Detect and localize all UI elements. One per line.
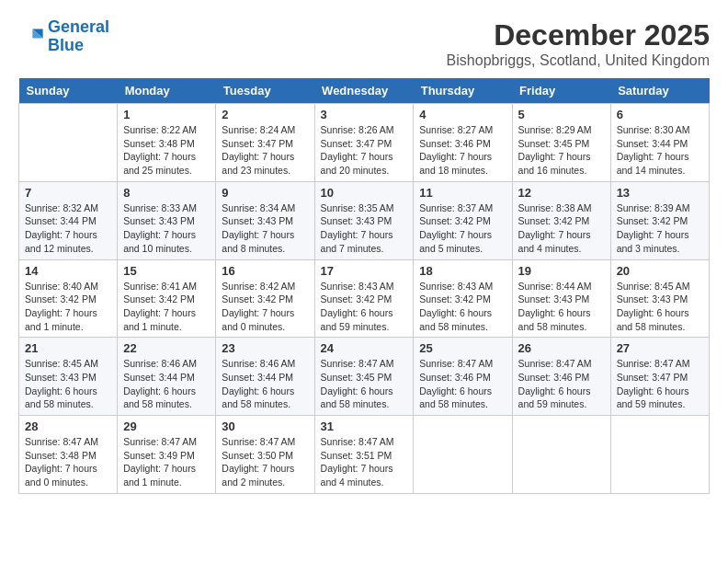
date-number: 2 xyxy=(222,108,308,121)
cell-info: Sunrise: 8:47 AMSunset: 3:46 PMDaylight:… xyxy=(518,357,605,411)
cell-info: Sunrise: 8:42 AMSunset: 3:42 PMDaylight:… xyxy=(222,280,308,334)
date-number: 10 xyxy=(321,186,408,200)
cell-info: Sunrise: 8:41 AMSunset: 3:42 PMDaylight:… xyxy=(123,280,210,334)
day-header-tuesday: Tuesday xyxy=(216,78,314,104)
calendar-cell: 24Sunrise: 8:47 AMSunset: 3:45 PMDayligh… xyxy=(314,338,414,416)
day-header-sunday: Sunday xyxy=(19,78,118,104)
date-number: 22 xyxy=(123,341,210,355)
calendar-cell: 10Sunrise: 8:35 AMSunset: 3:43 PMDayligh… xyxy=(314,181,414,259)
calendar-cell: 18Sunrise: 8:43 AMSunset: 3:42 PMDayligh… xyxy=(414,259,512,338)
cell-info: Sunrise: 8:27 AMSunset: 3:46 PMDaylight:… xyxy=(419,123,506,178)
calendar-cell: 19Sunrise: 8:44 AMSunset: 3:43 PMDayligh… xyxy=(512,259,610,338)
calendar-cell: 11Sunrise: 8:37 AMSunset: 3:42 PMDayligh… xyxy=(414,181,512,259)
day-header-monday: Monday xyxy=(118,78,216,104)
calendar-cell: 15Sunrise: 8:41 AMSunset: 3:42 PMDayligh… xyxy=(118,259,216,338)
day-header-friday: Friday xyxy=(512,78,610,104)
calendar-cell: 17Sunrise: 8:43 AMSunset: 3:42 PMDayligh… xyxy=(314,259,414,338)
date-number: 24 xyxy=(321,341,408,355)
date-number: 4 xyxy=(419,108,506,121)
logo-icon xyxy=(18,24,44,50)
calendar-cell: 21Sunrise: 8:45 AMSunset: 3:43 PMDayligh… xyxy=(19,338,118,416)
date-number: 8 xyxy=(123,186,210,200)
date-number: 27 xyxy=(617,341,703,355)
calendar-cell xyxy=(414,416,512,494)
date-number: 29 xyxy=(123,419,210,433)
logo: General Blue xyxy=(18,18,109,55)
title-block: December 2025 Bishopbriggs, Scotland, Un… xyxy=(447,18,710,69)
logo-line1: General xyxy=(48,17,109,36)
cell-info: Sunrise: 8:47 AMSunset: 3:48 PMDaylight:… xyxy=(25,435,111,489)
month-title: December 2025 xyxy=(447,18,710,52)
logo-text: General Blue xyxy=(48,18,109,55)
date-number: 23 xyxy=(222,341,308,355)
calendar-cell: 12Sunrise: 8:38 AMSunset: 3:42 PMDayligh… xyxy=(512,181,610,259)
calendar-cell: 20Sunrise: 8:45 AMSunset: 3:43 PMDayligh… xyxy=(610,259,709,338)
date-number: 30 xyxy=(222,419,308,433)
calendar-cell xyxy=(610,416,709,494)
date-number: 13 xyxy=(617,186,703,200)
date-number: 17 xyxy=(321,264,408,278)
calendar-cell: 22Sunrise: 8:46 AMSunset: 3:44 PMDayligh… xyxy=(118,338,216,416)
cell-info: Sunrise: 8:47 AMSunset: 3:47 PMDaylight:… xyxy=(617,357,703,411)
calendar-cell: 16Sunrise: 8:42 AMSunset: 3:42 PMDayligh… xyxy=(216,259,314,338)
calendar-cell: 31Sunrise: 8:47 AMSunset: 3:51 PMDayligh… xyxy=(314,416,414,494)
cell-info: Sunrise: 8:47 AMSunset: 3:45 PMDaylight:… xyxy=(321,357,408,411)
date-number: 16 xyxy=(222,264,308,278)
date-number: 9 xyxy=(222,186,308,200)
cell-info: Sunrise: 8:44 AMSunset: 3:43 PMDaylight:… xyxy=(518,280,605,334)
calendar-cell: 27Sunrise: 8:47 AMSunset: 3:47 PMDayligh… xyxy=(610,338,709,416)
logo-line2: Blue xyxy=(48,36,84,54)
cell-info: Sunrise: 8:22 AMSunset: 3:48 PMDaylight:… xyxy=(123,123,210,178)
cell-info: Sunrise: 8:37 AMSunset: 3:42 PMDaylight:… xyxy=(419,201,506,256)
calendar-week-3: 14Sunrise: 8:40 AMSunset: 3:42 PMDayligh… xyxy=(19,259,710,338)
cell-info: Sunrise: 8:43 AMSunset: 3:42 PMDaylight:… xyxy=(321,280,408,334)
calendar-cell: 7Sunrise: 8:32 AMSunset: 3:44 PMDaylight… xyxy=(19,181,118,259)
cell-info: Sunrise: 8:45 AMSunset: 3:43 PMDaylight:… xyxy=(25,357,111,411)
date-number: 5 xyxy=(518,108,605,121)
calendar-week-2: 7Sunrise: 8:32 AMSunset: 3:44 PMDaylight… xyxy=(19,181,710,259)
location-title: Bishopbriggs, Scotland, United Kingdom xyxy=(447,52,710,69)
calendar-cell: 9Sunrise: 8:34 AMSunset: 3:43 PMDaylight… xyxy=(216,181,314,259)
cell-info: Sunrise: 8:45 AMSunset: 3:43 PMDaylight:… xyxy=(617,280,703,334)
cell-info: Sunrise: 8:32 AMSunset: 3:44 PMDaylight:… xyxy=(25,201,111,256)
date-number: 19 xyxy=(518,264,605,278)
calendar-week-1: 1Sunrise: 8:22 AMSunset: 3:48 PMDaylight… xyxy=(19,104,710,182)
cell-info: Sunrise: 8:47 AMSunset: 3:51 PMDaylight:… xyxy=(321,435,408,489)
calendar-week-4: 21Sunrise: 8:45 AMSunset: 3:43 PMDayligh… xyxy=(19,338,710,416)
cell-info: Sunrise: 8:30 AMSunset: 3:44 PMDaylight:… xyxy=(617,123,703,178)
cell-info: Sunrise: 8:34 AMSunset: 3:43 PMDaylight:… xyxy=(222,201,308,256)
date-number: 11 xyxy=(419,186,506,200)
date-number: 15 xyxy=(123,264,210,278)
date-number: 3 xyxy=(321,108,408,121)
date-number: 21 xyxy=(25,341,111,355)
date-number: 31 xyxy=(321,419,408,433)
date-number: 25 xyxy=(419,341,506,355)
date-number: 20 xyxy=(617,264,703,278)
cell-info: Sunrise: 8:38 AMSunset: 3:42 PMDaylight:… xyxy=(518,201,605,256)
date-number: 28 xyxy=(25,419,111,433)
cell-info: Sunrise: 8:46 AMSunset: 3:44 PMDaylight:… xyxy=(222,357,308,411)
day-header-saturday: Saturday xyxy=(610,78,709,104)
calendar-cell: 23Sunrise: 8:46 AMSunset: 3:44 PMDayligh… xyxy=(216,338,314,416)
day-header-wednesday: Wednesday xyxy=(314,78,414,104)
calendar-cell: 13Sunrise: 8:39 AMSunset: 3:42 PMDayligh… xyxy=(610,181,709,259)
calendar-cell: 1Sunrise: 8:22 AMSunset: 3:48 PMDaylight… xyxy=(118,104,216,182)
cell-info: Sunrise: 8:46 AMSunset: 3:44 PMDaylight:… xyxy=(123,357,210,411)
date-number: 6 xyxy=(617,108,703,121)
date-number: 26 xyxy=(518,341,605,355)
cell-info: Sunrise: 8:35 AMSunset: 3:43 PMDaylight:… xyxy=(321,201,408,256)
cell-info: Sunrise: 8:40 AMSunset: 3:42 PMDaylight:… xyxy=(25,280,111,334)
calendar-cell: 29Sunrise: 8:47 AMSunset: 3:49 PMDayligh… xyxy=(118,416,216,494)
calendar-cell: 25Sunrise: 8:47 AMSunset: 3:46 PMDayligh… xyxy=(414,338,512,416)
calendar-cell: 8Sunrise: 8:33 AMSunset: 3:43 PMDaylight… xyxy=(118,181,216,259)
cell-info: Sunrise: 8:47 AMSunset: 3:46 PMDaylight:… xyxy=(419,357,506,411)
calendar-table: SundayMondayTuesdayWednesdayThursdayFrid… xyxy=(18,78,710,494)
calendar-cell: 28Sunrise: 8:47 AMSunset: 3:48 PMDayligh… xyxy=(19,416,118,494)
calendar-cell: 3Sunrise: 8:26 AMSunset: 3:47 PMDaylight… xyxy=(314,104,414,182)
date-number: 14 xyxy=(25,264,111,278)
calendar-week-5: 28Sunrise: 8:47 AMSunset: 3:48 PMDayligh… xyxy=(19,416,710,494)
day-header-thursday: Thursday xyxy=(414,78,512,104)
cell-info: Sunrise: 8:26 AMSunset: 3:47 PMDaylight:… xyxy=(321,123,408,178)
calendar-cell: 14Sunrise: 8:40 AMSunset: 3:42 PMDayligh… xyxy=(19,259,118,338)
cell-info: Sunrise: 8:24 AMSunset: 3:47 PMDaylight:… xyxy=(222,123,308,178)
